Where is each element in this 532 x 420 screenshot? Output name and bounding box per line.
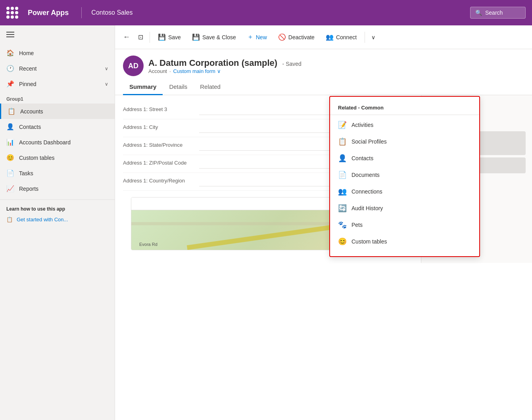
connect-label: Connect — [336, 34, 357, 40]
custom-tables-related-label: Custom tables — [351, 238, 387, 245]
get-started-link[interactable]: 📋 Get started with Con... — [6, 215, 108, 224]
record-header-top: AD A. Datum Corporation (sample) - Saved… — [123, 56, 524, 76]
tab-details-label: Details — [169, 83, 187, 90]
sidebar-tasks-label: Tasks — [19, 170, 33, 176]
custom-tables-related-icon: 😊 — [338, 237, 347, 246]
sidebar-contacts-label: Contacts — [19, 124, 41, 130]
sidebar-item-custom-tables[interactable]: 😊 Custom tables — [0, 150, 115, 165]
app-launcher-icon[interactable] — [6, 7, 18, 19]
new-icon: ＋ — [247, 33, 254, 41]
save-close-button[interactable]: 💾 Save & Close — [187, 31, 241, 43]
sidebar-reports-label: Reports — [19, 186, 38, 192]
related-item-connections[interactable]: 👥 Connections — [330, 183, 479, 200]
toolbar-sep-1 — [150, 32, 150, 43]
related-item-custom-tables[interactable]: 😊 Custom tables — [330, 233, 479, 250]
field-zip-label: Address 1: ZIP/Postal Code — [123, 159, 194, 166]
contacts-icon: 👤 — [6, 123, 14, 130]
related-item-activities[interactable]: 📝 Activities — [330, 117, 479, 133]
brand-name: Power Apps — [28, 9, 69, 17]
related-item-social-profiles[interactable]: 📋 Social Profiles — [330, 133, 479, 150]
form-name: Custom main form — [173, 68, 215, 74]
contacts-related-icon: 👤 — [338, 154, 347, 163]
save-label: Save — [168, 34, 181, 40]
back-button[interactable]: ← — [120, 31, 133, 43]
documents-label: Documents — [351, 172, 380, 178]
form-chevron-icon: ∨ — [217, 68, 221, 74]
related-item-audit-history[interactable]: 🔄 Audit History — [330, 200, 479, 217]
save-button[interactable]: 💾 Save — [153, 31, 186, 43]
recent-chevron-icon: ∨ — [105, 66, 108, 71]
record-subtitle: Account · Custom main form ∨ — [148, 68, 302, 74]
tab-related[interactable]: Related — [194, 79, 227, 95]
related-dropdown-title: Related - Common — [330, 103, 479, 115]
avatar: AD — [123, 56, 144, 76]
pets-label: Pets — [351, 222, 363, 228]
nav-divider — [81, 7, 82, 18]
custom-tables-icon: 😊 — [6, 154, 14, 161]
content-area: ← ⊡ 💾 Save 💾 Save & Close ＋ New 🚫 Deacti… — [115, 25, 532, 420]
sidebar-item-tasks[interactable]: 📄 Tasks — [0, 165, 115, 181]
record-header: AD A. Datum Corporation (sample) - Saved… — [115, 49, 532, 76]
field-street3-label: Address 1: Street 3 — [123, 105, 194, 112]
sidebar-item-pinned[interactable]: 📌 Pinned ∨ — [0, 76, 115, 92]
sidebar-item-reports[interactable]: 📈 Reports — [0, 181, 115, 196]
expand-button[interactable]: ⊡ — [135, 32, 146, 42]
sidebar-item-home[interactable]: 🏠 Home — [0, 45, 115, 61]
search-icon: 🔍 — [475, 10, 482, 16]
sidebar-recent-label: Recent — [19, 65, 36, 72]
record-title: A. Datum Corporation (sample) — [148, 58, 277, 68]
save-icon: 💾 — [158, 33, 166, 41]
tab-summary[interactable]: Summary — [123, 79, 163, 95]
documents-icon: 📄 — [338, 171, 347, 179]
search-label: Search — [485, 10, 503, 16]
sidebar-item-accounts-dashboard[interactable]: 📊 Accounts Dashboard — [0, 134, 115, 150]
sidebar-item-recent[interactable]: 🕐 Recent ∨ — [0, 61, 115, 76]
sidebar-custom-tables-label: Custom tables — [19, 155, 54, 161]
sidebar-accounts-label: Accounts — [20, 108, 43, 115]
accounts-icon: 📋 — [8, 107, 15, 115]
toolbar: ← ⊡ 💾 Save 💾 Save & Close ＋ New 🚫 Deacti… — [115, 25, 532, 49]
tab-details[interactable]: Details — [163, 79, 194, 95]
hamburger-menu[interactable] — [0, 25, 115, 45]
deactivate-label: Deactivate — [288, 34, 315, 40]
sidebar-item-contacts[interactable]: 👤 Contacts — [0, 119, 115, 134]
sidebar-item-accounts[interactable]: 📋 Accounts — [0, 104, 115, 119]
get-started-label: Get started with Con... — [17, 217, 68, 222]
audit-history-icon: 🔄 — [338, 204, 347, 213]
related-item-contacts[interactable]: 👤 Contacts — [330, 150, 479, 167]
tab-summary-label: Summary — [129, 83, 156, 90]
save-close-icon: 💾 — [192, 33, 200, 41]
related-dropdown: Related - Common 📝 Activities 📋 Social P… — [329, 96, 480, 257]
sidebar: 🏠 Home 🕐 Recent ∨ 📌 Pinned ∨ Group1 📋 Ac… — [0, 25, 115, 420]
sidebar-home-label: Home — [19, 50, 34, 56]
deactivate-icon: 🚫 — [278, 33, 286, 41]
contacts-related-label: Contacts — [351, 155, 373, 161]
new-button[interactable]: ＋ New — [242, 31, 272, 44]
record-title-area: A. Datum Corporation (sample) - Saved Ac… — [148, 58, 302, 74]
toolbar-sep-2 — [365, 32, 365, 43]
map-road-label: Evora Rd — [139, 242, 157, 247]
new-label: New — [256, 34, 267, 40]
sidebar-group-label: Group1 — [0, 92, 115, 104]
top-navigation: Power Apps Contoso Sales 🔍 Search — [0, 0, 532, 25]
pinned-chevron-icon: ∨ — [105, 81, 108, 87]
search-button[interactable]: 🔍 Search — [470, 7, 526, 19]
form-selector[interactable]: Custom main form ∨ — [173, 68, 221, 74]
dashboard-icon: 📊 — [6, 138, 14, 146]
connect-icon: 👥 — [326, 33, 334, 41]
related-item-pets[interactable]: 🐾 Pets — [330, 217, 479, 233]
record-title-row: A. Datum Corporation (sample) - Saved — [148, 58, 302, 68]
connections-label: Connections — [351, 188, 382, 195]
home-icon: 🏠 — [6, 49, 14, 57]
social-profiles-icon: 📋 — [338, 137, 347, 146]
activities-label: Activities — [351, 122, 373, 128]
connect-button[interactable]: 👥 Connect — [321, 31, 361, 43]
more-button[interactable]: ∨ — [368, 33, 378, 42]
deactivate-button[interactable]: 🚫 Deactivate — [273, 31, 319, 43]
related-item-documents[interactable]: 📄 Documents — [330, 167, 479, 183]
connections-icon: 👥 — [338, 187, 347, 196]
record-type: Account — [148, 68, 167, 74]
get-started-icon: 📋 — [6, 217, 13, 222]
tasks-icon: 📄 — [6, 169, 14, 177]
sidebar-dashboard-label: Accounts Dashboard — [19, 139, 71, 146]
